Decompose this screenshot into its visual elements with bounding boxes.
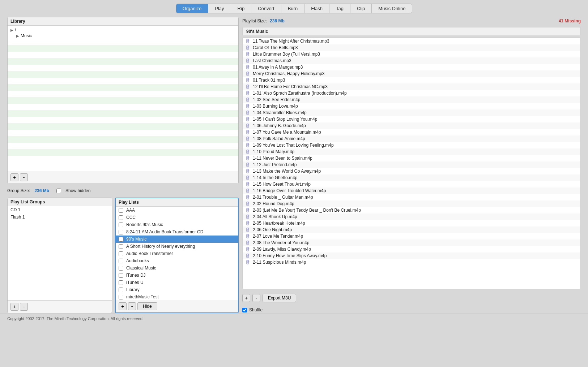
tree-arrow-root[interactable]: ▶ (10, 28, 13, 32)
track-item[interactable]: 01 Away In A Manger.mp3 (243, 64, 580, 70)
playlist-checkbox[interactable] (119, 288, 123, 292)
track-item[interactable]: 01 Track 01.mp3 (243, 77, 580, 83)
playlist-item[interactable]: A Short History of Nearly everything (116, 243, 238, 250)
playlist-item[interactable]: CCC (116, 214, 238, 221)
track-name: 2-06 One Night.m4p (253, 227, 292, 232)
toolbar-tab-clip[interactable]: Clip (350, 4, 372, 13)
track-item[interactable]: 1-02 See See Rider.m4p (243, 96, 580, 103)
track-item[interactable]: 1-14 In the Ghetto.m4p (243, 174, 580, 181)
track-item[interactable]: 2-06 One Night.m4p (243, 226, 580, 233)
track-item[interactable]: Merry Christmas, Happy Holiday.mp3 (243, 70, 580, 77)
main-content: Library ▶ / ▶ Music + - Group Size: (0, 17, 588, 313)
track-item[interactable]: 2-11 Suspicious Minds.m4p (243, 259, 580, 265)
track-item[interactable]: 1-08 Polk Salad Annie.m4p (243, 135, 580, 142)
track-item[interactable]: Little Drummer Boy (Full Versi.mp3 (243, 51, 580, 57)
track-item[interactable]: Carol Of The Bells.mp3 (243, 44, 580, 51)
playlist-checkbox[interactable] (119, 223, 123, 227)
track-item[interactable]: 1-06 Johnny B. Goode.m4p (243, 122, 580, 129)
track-item[interactable]: 1-10 Proud Mary.m4p (243, 148, 580, 155)
playlist-item[interactable]: Audio Book Transformer (116, 250, 238, 257)
track-item[interactable]: 1-16 Bridge Over Troubled Water.m4p (243, 187, 580, 194)
track-item[interactable]: 1-07 You Gave Me a Mountain.m4p (243, 129, 580, 135)
playlist-checkbox[interactable] (119, 280, 123, 285)
tree-arrow-music[interactable]: ▶ (16, 34, 19, 38)
playlists-add-button[interactable]: + (119, 302, 127, 310)
tree-item-music[interactable]: ▶ Music (8, 33, 238, 39)
tracks-remove-button[interactable]: - (252, 294, 260, 302)
playlist-checkbox[interactable] (119, 230, 123, 234)
track-item[interactable]: 2-04 All Shook Up.m4p (243, 213, 580, 220)
track-item[interactable]: 1-03 Burning Love.m4p (243, 103, 580, 109)
playlist-checkbox[interactable] (119, 259, 123, 263)
lib-row (8, 117, 238, 123)
groups-remove-button[interactable]: - (20, 303, 28, 311)
export-m3u-button[interactable]: Export M3U (263, 294, 296, 302)
toolbar-tab-rip[interactable]: Rip (231, 4, 252, 13)
lib-row (8, 84, 238, 91)
toolbar-tab-music_online[interactable]: Music Online (372, 4, 412, 13)
track-item[interactable]: 1-11 Never Been to Spain.m4p (243, 155, 580, 161)
library-add-button[interactable]: + (10, 173, 18, 181)
toolbar-tab-organize[interactable]: Organize (176, 4, 209, 13)
track-item[interactable]: 2-07 Love Me Tender.m4p (243, 233, 580, 239)
show-hidden-label[interactable]: Show hidden (65, 188, 90, 193)
playlist-group-item[interactable]: CD 1 (8, 206, 112, 213)
playlist-item[interactable]: iTunes DJ (116, 272, 238, 279)
music-file-icon (246, 123, 251, 128)
playlist-checkbox[interactable] (119, 237, 123, 242)
playlist-item[interactable]: Library (116, 286, 238, 293)
track-item[interactable]: 2-08 The Wonder of You.m4p (243, 239, 580, 246)
playlist-item[interactable]: 8:24:11 AM Audio Book Transformer CD (116, 228, 238, 236)
track-item[interactable]: 1-04 Steamroller Blues.m4p (243, 109, 580, 116)
shuffle-label[interactable]: Shuffle (249, 307, 263, 312)
track-item[interactable]: 1-01 'Also Sprach Zarathustra (Introduct… (243, 90, 580, 96)
library-remove-button[interactable]: - (20, 173, 28, 181)
track-item[interactable]: 1-15 How Great Thou Art.m4p (243, 181, 580, 187)
playlist-item[interactable]: Roberts 90's Music (116, 221, 238, 228)
tracks-add-button[interactable]: + (242, 294, 250, 302)
playlist-item-label: A Short History of Nearly everything (126, 244, 195, 249)
track-item[interactable]: 11 Twas The Night After Christmas.mp3 (243, 38, 580, 44)
playlist-checkbox[interactable] (119, 215, 123, 220)
playlist-item[interactable]: iTunes U (116, 279, 238, 286)
playlist-item[interactable]: 90's Music (116, 236, 238, 243)
track-item[interactable]: 2-02 Hound Dog.m4p (243, 200, 580, 207)
shuffle-checkbox[interactable] (242, 308, 247, 312)
track-item[interactable]: 1-12 Just Pretend.m4p (243, 161, 580, 168)
tree-item-root[interactable]: ▶ / (8, 27, 238, 33)
show-hidden-checkbox[interactable] (56, 189, 61, 193)
playlist-checkbox[interactable] (119, 251, 123, 256)
track-item[interactable]: 2-10 Funny How Time Slips Away.m4p (243, 252, 580, 259)
playlists-remove-button[interactable]: - (128, 302, 136, 310)
track-name: Carol Of The Bells.mp3 (253, 45, 298, 50)
playlist-group-item[interactable]: Flash 1 (8, 213, 112, 221)
track-item[interactable]: 1-09 You've Lost That Loving Feeling.m4p (243, 142, 580, 148)
toolbar-tab-burn[interactable]: Burn (281, 4, 304, 13)
playlist-checkbox[interactable] (119, 244, 123, 249)
toolbar-tab-flash[interactable]: Flash (304, 4, 329, 13)
track-item[interactable]: 2-09 Lawdy, Miss Clawdy.m4p (243, 246, 580, 252)
playlist-item[interactable]: AAA (116, 207, 238, 214)
playlist-checkbox[interactable] (119, 273, 123, 278)
playlist-item[interactable]: mirethMusic Test (116, 293, 238, 300)
toolbar-tab-play[interactable]: Play (208, 4, 231, 13)
playlist-checkbox[interactable] (119, 208, 123, 213)
groups-add-button[interactable]: + (10, 303, 18, 311)
track-item[interactable]: 2-01 Trouble _ Guitar Man.m4p (243, 194, 580, 200)
track-name: Last Christmas.mp3 (253, 58, 291, 63)
track-item[interactable]: 2-05 Heartbreak Hotel.m4p (243, 220, 580, 226)
playlist-checkbox[interactable] (119, 295, 123, 299)
track-item[interactable]: 2-03 (Let Me Be Your) Teddy Bear _ Don't… (243, 207, 580, 213)
track-item[interactable]: 12 I'll Be Home For Christmas NC.mp3 (243, 83, 580, 90)
toolbar-tab-tag[interactable]: Tag (329, 4, 350, 13)
track-item[interactable]: Last Christmas.mp3 (243, 57, 580, 64)
playlist-item-label: iTunes U (126, 280, 144, 285)
track-item[interactable]: 1-05 I Can't Stop Loving You.m4p (243, 116, 580, 122)
hide-button[interactable]: Hide (137, 302, 157, 310)
track-item[interactable]: 1-13 Make the World Go Away.m4p (243, 168, 580, 174)
playlist-checkbox[interactable] (119, 266, 123, 271)
toolbar-tab-convert[interactable]: Convert (251, 4, 281, 13)
track-name: 2-07 Love Me Tender.m4p (253, 234, 303, 239)
playlist-item[interactable]: Audiobooks (116, 257, 238, 264)
playlist-item[interactable]: Classical Music (116, 264, 238, 272)
